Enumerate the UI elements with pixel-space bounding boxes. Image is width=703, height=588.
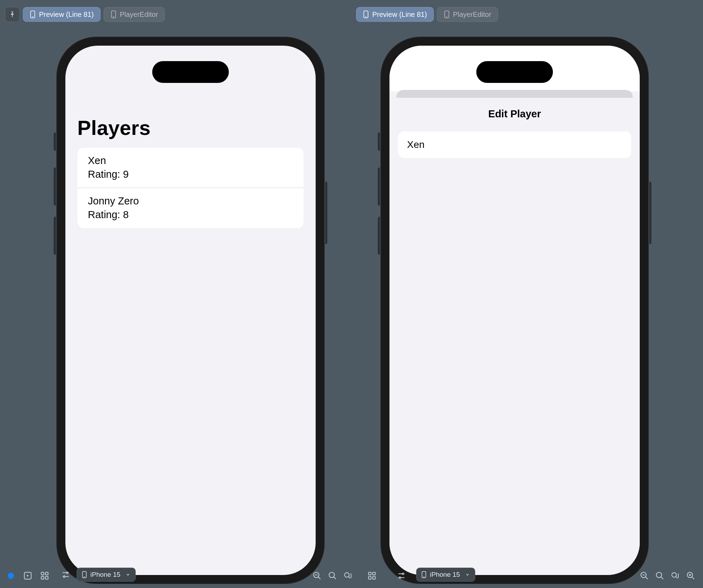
tab-playereditor-right[interactable]: PlayerEditor xyxy=(437,7,498,22)
pin-icon xyxy=(9,11,15,18)
svg-line-24 xyxy=(348,576,350,578)
zoom-in-icon xyxy=(686,571,695,580)
tab-playereditor-right-label: PlayerEditor xyxy=(453,11,491,19)
tab-playereditor-left[interactable]: PlayerEditor xyxy=(104,7,165,22)
zoom-out-icon xyxy=(312,571,322,580)
tab-preview-right-label: Preview (Line 81) xyxy=(372,11,427,19)
svg-rect-28 xyxy=(373,576,375,579)
edit-player-sheet: Edit Player xyxy=(389,98,640,575)
device-side-button xyxy=(53,132,57,151)
cursor-in-box-icon xyxy=(23,571,32,580)
device-settings-button[interactable] xyxy=(60,569,72,581)
players-heading: Players xyxy=(77,116,151,139)
svg-rect-12 xyxy=(41,576,44,579)
smartphone-icon xyxy=(444,11,450,18)
device-side-button xyxy=(53,216,57,255)
player-row[interactable]: Xen Rating: 9 xyxy=(77,148,304,188)
zoom-fit-button[interactable] xyxy=(342,570,354,582)
player-row[interactable]: Jonny Zero Rating: 8 xyxy=(77,188,304,228)
player-rating: Rating: 8 xyxy=(88,208,293,222)
sheet-title: Edit Player xyxy=(389,108,640,120)
svg-point-21 xyxy=(329,572,334,577)
players-list: Xen Rating: 9 Jonny Zero Rating: 8 xyxy=(77,148,304,228)
svg-point-29 xyxy=(402,573,404,574)
zoom-out-button[interactable] xyxy=(311,570,323,582)
zoom-in-button-2[interactable] xyxy=(685,570,697,582)
device-picker-left-label: iPhone 15 xyxy=(90,571,121,579)
zoom-actual-button[interactable] xyxy=(327,570,338,582)
svg-rect-13 xyxy=(45,576,48,579)
svg-line-39 xyxy=(676,576,677,578)
zoom-out-icon xyxy=(640,571,649,580)
pin-button[interactable] xyxy=(5,7,20,22)
smartphone-icon xyxy=(30,11,36,18)
grid-icon xyxy=(40,571,49,580)
device-side-button xyxy=(324,181,328,244)
svg-point-14 xyxy=(66,572,68,573)
svg-line-22 xyxy=(334,577,336,579)
device-notch xyxy=(152,61,229,83)
device-side-button xyxy=(378,167,381,206)
variants-grid-button[interactable] xyxy=(39,570,51,582)
svg-point-8 xyxy=(8,573,14,579)
zoom-out-button-2[interactable] xyxy=(638,570,650,582)
svg-rect-26 xyxy=(373,572,375,575)
svg-line-41 xyxy=(692,577,694,579)
circle-filled-icon xyxy=(6,571,15,580)
player-rating: Rating: 9 xyxy=(88,168,293,181)
variants-grid-button-2[interactable] xyxy=(366,570,378,582)
svg-rect-10 xyxy=(41,572,44,575)
zoom-fit-button-2[interactable] xyxy=(669,570,681,582)
sliders-icon xyxy=(61,570,70,579)
tab-playereditor-left-label: PlayerEditor xyxy=(120,11,158,19)
svg-point-30 xyxy=(399,577,401,578)
zoom-icon xyxy=(655,571,664,580)
simulator-device-left: Players Xen Rating: 9 Jonny Zero Rating:… xyxy=(57,37,324,583)
svg-point-36 xyxy=(656,572,662,577)
device-picker-right[interactable]: iPhone 15 xyxy=(416,568,475,582)
tab-preview-right[interactable]: Preview (Line 81) xyxy=(356,7,434,22)
svg-rect-11 xyxy=(45,572,48,575)
smartphone-icon xyxy=(110,11,117,18)
name-input-card xyxy=(398,131,631,158)
live-preview-button[interactable] xyxy=(5,570,17,582)
device-side-button xyxy=(53,167,57,206)
smartphone-icon xyxy=(421,571,426,578)
player-name: Xen xyxy=(88,154,293,168)
smartphone-icon xyxy=(363,11,369,18)
zoom-icon xyxy=(328,571,337,580)
svg-rect-27 xyxy=(368,576,371,579)
zoom-fit-icon xyxy=(671,571,680,580)
device-side-button xyxy=(648,181,652,244)
player-name-input[interactable] xyxy=(407,139,622,150)
svg-line-37 xyxy=(661,577,663,579)
sliders-icon xyxy=(397,571,406,580)
selectable-preview-button[interactable] xyxy=(22,570,34,582)
tab-preview-left-label: Preview (Line 81) xyxy=(39,11,94,19)
device-side-button xyxy=(378,132,381,151)
device-picker-left[interactable]: iPhone 15 xyxy=(77,568,136,582)
svg-line-19 xyxy=(318,577,321,579)
svg-point-15 xyxy=(64,576,65,577)
grid-icon xyxy=(367,571,376,580)
player-name: Jonny Zero xyxy=(88,194,293,208)
device-side-button xyxy=(378,216,381,255)
chevron-down-icon xyxy=(125,572,130,577)
device-settings-button-2[interactable] xyxy=(395,570,407,582)
zoom-fit-icon xyxy=(343,571,353,580)
tab-preview-left[interactable]: Preview (Line 81) xyxy=(23,7,101,22)
zoom-actual-button-2[interactable] xyxy=(654,570,666,582)
device-notch xyxy=(476,61,553,83)
device-picker-right-label: iPhone 15 xyxy=(430,571,460,579)
chevron-down-icon xyxy=(465,572,470,577)
simulator-device-right: Edit Player xyxy=(381,37,648,583)
svg-rect-25 xyxy=(368,572,371,575)
smartphone-icon xyxy=(82,571,87,578)
svg-line-34 xyxy=(645,577,648,579)
